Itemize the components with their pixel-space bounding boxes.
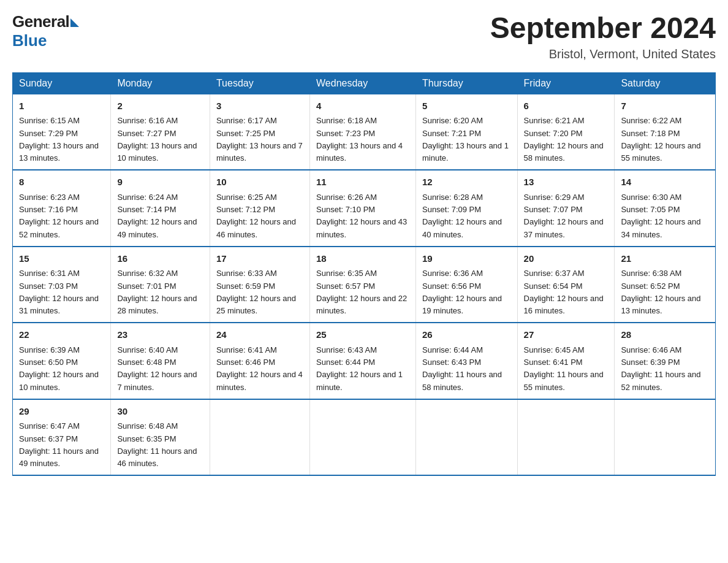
day-info: Sunrise: 6:40 AMSunset: 6:48 PMDaylight:… — [117, 345, 197, 392]
calendar-day-cell: 28Sunrise: 6:46 AMSunset: 6:39 PMDayligh… — [615, 323, 716, 399]
day-info: Sunrise: 6:29 AMSunset: 7:07 PMDaylight:… — [524, 193, 604, 239]
day-info: Sunrise: 6:39 AMSunset: 6:50 PMDaylight:… — [19, 345, 99, 392]
page-header: General Blue September 2024 Bristol, Ver… — [12, 12, 716, 61]
calendar-table: Sunday Monday Tuesday Wednesday Thursday… — [12, 72, 716, 477]
calendar-day-cell — [310, 399, 416, 476]
day-number: 18 — [316, 252, 409, 266]
day-info: Sunrise: 6:23 AMSunset: 7:16 PMDaylight:… — [19, 193, 99, 239]
day-number: 25 — [316, 328, 409, 342]
day-number: 10 — [216, 175, 303, 190]
day-info: Sunrise: 6:28 AMSunset: 7:09 PMDaylight:… — [422, 193, 502, 239]
day-number: 29 — [19, 405, 104, 419]
calendar-day-cell: 5Sunrise: 6:20 AMSunset: 7:21 PMDaylight… — [415, 94, 517, 170]
logo-general-text: General — [12, 12, 69, 31]
header-saturday: Saturday — [615, 72, 716, 94]
day-number: 28 — [621, 328, 709, 342]
header-sunday: Sunday — [13, 72, 111, 94]
day-number: 26 — [422, 328, 511, 342]
day-info: Sunrise: 6:46 AMSunset: 6:39 PMDaylight:… — [621, 345, 700, 392]
days-header-row: Sunday Monday Tuesday Wednesday Thursday… — [13, 72, 716, 94]
calendar-day-cell: 6Sunrise: 6:21 AMSunset: 7:20 PMDaylight… — [517, 94, 615, 170]
calendar-day-cell: 24Sunrise: 6:41 AMSunset: 6:46 PMDayligh… — [210, 323, 309, 399]
calendar-day-cell: 2Sunrise: 6:16 AMSunset: 7:27 PMDaylight… — [111, 94, 210, 170]
calendar-day-cell: 19Sunrise: 6:36 AMSunset: 6:56 PMDayligh… — [415, 247, 517, 323]
day-info: Sunrise: 6:25 AMSunset: 7:12 PMDaylight:… — [216, 193, 296, 239]
calendar-day-cell — [415, 399, 517, 476]
day-info: Sunrise: 6:21 AMSunset: 7:20 PMDaylight:… — [524, 116, 604, 163]
day-number: 21 — [621, 252, 709, 266]
calendar-week-row: 8Sunrise: 6:23 AMSunset: 7:16 PMDaylight… — [13, 170, 716, 247]
calendar-day-cell: 22Sunrise: 6:39 AMSunset: 6:50 PMDayligh… — [13, 323, 111, 399]
day-info: Sunrise: 6:22 AMSunset: 7:18 PMDaylight:… — [621, 116, 700, 163]
day-number: 3 — [216, 99, 303, 113]
calendar-day-cell: 12Sunrise: 6:28 AMSunset: 7:09 PMDayligh… — [415, 170, 517, 247]
calendar-day-cell — [615, 399, 716, 476]
calendar-day-cell: 11Sunrise: 6:26 AMSunset: 7:10 PMDayligh… — [310, 170, 416, 247]
logo-blue-text: Blue — [12, 31, 47, 50]
day-number: 23 — [117, 328, 203, 342]
header-wednesday: Wednesday — [310, 72, 416, 94]
calendar-week-row: 29Sunrise: 6:47 AMSunset: 6:37 PMDayligh… — [13, 399, 716, 476]
day-info: Sunrise: 6:41 AMSunset: 6:46 PMDaylight:… — [216, 345, 303, 392]
calendar-day-cell — [517, 399, 615, 476]
day-number: 14 — [621, 175, 709, 190]
day-number: 4 — [316, 99, 409, 113]
day-info: Sunrise: 6:44 AMSunset: 6:43 PMDaylight:… — [422, 345, 502, 392]
day-info: Sunrise: 6:35 AMSunset: 6:57 PMDaylight:… — [316, 269, 407, 315]
calendar-day-cell: 16Sunrise: 6:32 AMSunset: 7:01 PMDayligh… — [111, 247, 210, 323]
day-number: 24 — [216, 328, 303, 342]
day-info: Sunrise: 6:20 AMSunset: 7:21 PMDaylight:… — [422, 116, 509, 163]
day-number: 30 — [117, 405, 203, 419]
day-number: 6 — [524, 99, 609, 113]
calendar-day-cell: 25Sunrise: 6:43 AMSunset: 6:44 PMDayligh… — [310, 323, 416, 399]
day-number: 22 — [19, 328, 104, 342]
header-tuesday: Tuesday — [210, 72, 309, 94]
day-number: 11 — [316, 175, 409, 190]
logo-arrow-icon — [70, 18, 79, 27]
day-info: Sunrise: 6:30 AMSunset: 7:05 PMDaylight:… — [621, 193, 700, 239]
header-thursday: Thursday — [415, 72, 517, 94]
day-info: Sunrise: 6:31 AMSunset: 7:03 PMDaylight:… — [19, 269, 99, 315]
calendar-day-cell: 8Sunrise: 6:23 AMSunset: 7:16 PMDaylight… — [13, 170, 111, 247]
day-number: 2 — [117, 99, 203, 113]
day-info: Sunrise: 6:15 AMSunset: 7:29 PMDaylight:… — [19, 116, 99, 163]
day-number: 19 — [422, 252, 511, 266]
day-info: Sunrise: 6:26 AMSunset: 7:10 PMDaylight:… — [316, 193, 407, 239]
day-number: 16 — [117, 252, 203, 266]
calendar-day-cell: 23Sunrise: 6:40 AMSunset: 6:48 PMDayligh… — [111, 323, 210, 399]
calendar-day-cell: 30Sunrise: 6:48 AMSunset: 6:35 PMDayligh… — [111, 399, 210, 476]
day-number: 12 — [422, 175, 511, 190]
calendar-day-cell: 21Sunrise: 6:38 AMSunset: 6:52 PMDayligh… — [615, 247, 716, 323]
day-number: 20 — [524, 252, 609, 266]
day-info: Sunrise: 6:47 AMSunset: 6:37 PMDaylight:… — [19, 421, 99, 468]
day-number: 9 — [117, 175, 203, 190]
day-number: 8 — [19, 175, 104, 190]
title-block: September 2024 Bristol, Vermont, United … — [490, 12, 716, 61]
day-number: 7 — [621, 99, 709, 113]
day-info: Sunrise: 6:16 AMSunset: 7:27 PMDaylight:… — [117, 116, 197, 163]
calendar-day-cell: 17Sunrise: 6:33 AMSunset: 6:59 PMDayligh… — [210, 247, 309, 323]
calendar-week-row: 22Sunrise: 6:39 AMSunset: 6:50 PMDayligh… — [13, 323, 716, 399]
calendar-title: September 2024 — [490, 12, 716, 45]
calendar-week-row: 15Sunrise: 6:31 AMSunset: 7:03 PMDayligh… — [13, 247, 716, 323]
header-monday: Monday — [111, 72, 210, 94]
day-number: 15 — [19, 252, 104, 266]
calendar-week-row: 1Sunrise: 6:15 AMSunset: 7:29 PMDaylight… — [13, 94, 716, 170]
calendar-day-cell: 3Sunrise: 6:17 AMSunset: 7:25 PMDaylight… — [210, 94, 309, 170]
calendar-day-cell: 26Sunrise: 6:44 AMSunset: 6:43 PMDayligh… — [415, 323, 517, 399]
calendar-day-cell: 18Sunrise: 6:35 AMSunset: 6:57 PMDayligh… — [310, 247, 416, 323]
day-info: Sunrise: 6:33 AMSunset: 6:59 PMDaylight:… — [216, 269, 296, 315]
calendar-day-cell: 20Sunrise: 6:37 AMSunset: 6:54 PMDayligh… — [517, 247, 615, 323]
day-info: Sunrise: 6:37 AMSunset: 6:54 PMDaylight:… — [524, 269, 604, 315]
day-info: Sunrise: 6:45 AMSunset: 6:41 PMDaylight:… — [524, 345, 604, 392]
day-number: 1 — [19, 99, 104, 113]
header-friday: Friday — [517, 72, 615, 94]
logo: General Blue — [12, 12, 79, 50]
calendar-day-cell: 7Sunrise: 6:22 AMSunset: 7:18 PMDaylight… — [615, 94, 716, 170]
calendar-day-cell: 29Sunrise: 6:47 AMSunset: 6:37 PMDayligh… — [13, 399, 111, 476]
day-number: 5 — [422, 99, 511, 113]
calendar-day-cell: 4Sunrise: 6:18 AMSunset: 7:23 PMDaylight… — [310, 94, 416, 170]
day-number: 27 — [524, 328, 609, 342]
calendar-day-cell: 15Sunrise: 6:31 AMSunset: 7:03 PMDayligh… — [13, 247, 111, 323]
day-info: Sunrise: 6:48 AMSunset: 6:35 PMDaylight:… — [117, 421, 197, 468]
